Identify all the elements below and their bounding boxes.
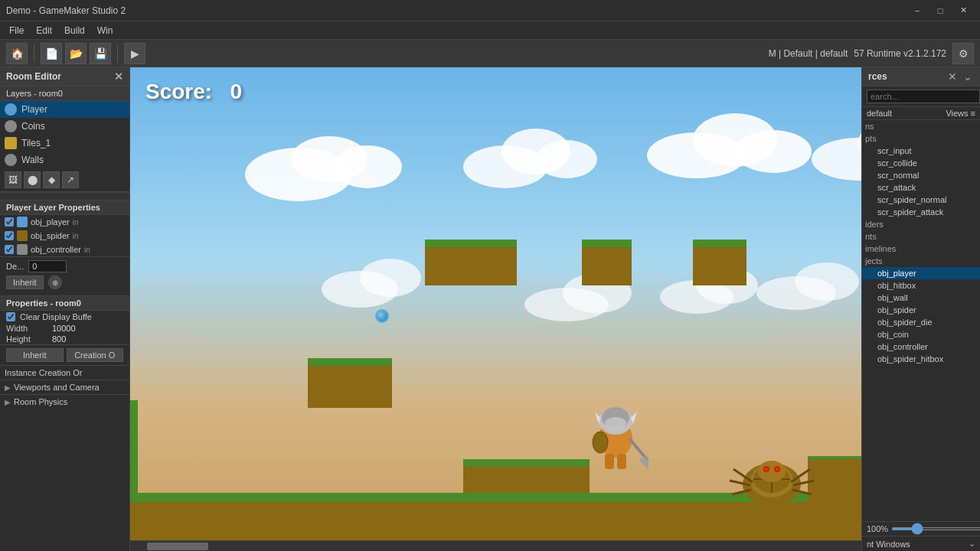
layer-player-icon — [5, 103, 17, 116]
minimize-button[interactable]: − — [906, 2, 928, 19]
toolbar-new[interactable]: 📄 — [41, 43, 62, 64]
obj-player-checkbox[interactable] — [5, 217, 14, 227]
layer-tool-image[interactable]: 🖼 — [5, 171, 21, 188]
res-obj-hitbox[interactable]: obj_hitbox — [862, 279, 980, 292]
room-editor-title: Room Editor — [6, 71, 61, 82]
height-row: Height 800 — [0, 334, 129, 344]
windows-dropdown-icon: ⌄ — [969, 539, 975, 549]
player-character — [583, 396, 648, 473]
depth-input[interactable] — [28, 260, 67, 272]
platform-1-top — [308, 358, 392, 366]
obj-controller-checkbox[interactable] — [5, 245, 14, 254]
layer-coins-label: Coins — [21, 121, 45, 132]
obj-spider-item[interactable]: obj_spider in — [0, 229, 129, 243]
game-area: Score: 0 — [130, 67, 861, 551]
zoom-slider[interactable] — [891, 527, 980, 530]
inherit-button[interactable]: Inherit — [6, 276, 44, 289]
obj-controller-item[interactable]: obj_controller in — [0, 243, 129, 256]
windows-label: nt Windows — [867, 540, 910, 549]
layers-scrollbar[interactable] — [0, 192, 129, 200]
res-obj-spider[interactable]: obj_spider — [862, 304, 980, 316]
search-input[interactable] — [867, 90, 980, 103]
height-key: Height — [6, 334, 52, 344]
views-toggle[interactable]: Views ≡ — [946, 109, 975, 118]
resource-view-row: default Views ≡ — [862, 107, 980, 120]
obj-spider-checkbox[interactable] — [5, 231, 14, 240]
obj-player-suffix: in — [73, 218, 79, 227]
res-obj-wall[interactable]: obj_wall — [862, 292, 980, 304]
layer-walls[interactable]: Walls — [0, 152, 129, 168]
toolbar-separator-1 — [34, 44, 34, 63]
svg-rect-22 — [617, 454, 626, 469]
selection-dot — [375, 309, 389, 323]
toolbar-save[interactable]: 💾 — [90, 43, 111, 64]
creation-action-btn[interactable]: Creation O — [67, 348, 124, 362]
zoom-label: 100% — [867, 524, 888, 533]
res-imelines: imelines — [862, 243, 980, 255]
maximize-button[interactable]: □ — [929, 2, 951, 19]
close-button[interactable]: ✕ — [952, 2, 974, 19]
score-value: 0 — [230, 80, 243, 103]
menu-win[interactable]: Win — [91, 24, 119, 37]
room-editor-close[interactable]: ✕ — [114, 70, 123, 83]
room-editor-header: Room Editor ✕ — [0, 67, 129, 86]
layer-tool-fill[interactable]: ◆ — [43, 171, 60, 188]
menu-build[interactable]: Build — [58, 24, 91, 37]
obj-controller-icon — [17, 244, 28, 255]
res-obj-coin[interactable]: obj_coin — [862, 328, 980, 341]
res-scr-spider-attack[interactable]: scr_spider_attack — [862, 206, 980, 218]
close-right-panel-btn[interactable]: ✕ — [946, 70, 959, 83]
layer-tiles[interactable]: Tiles_1 — [0, 135, 129, 152]
res-obj-spider-hitbox[interactable]: obj_spider_hitbox — [862, 353, 980, 365]
layer-player[interactable]: Player — [0, 101, 129, 118]
layers-section: Layers - room0 Player Coins Tiles_1 Wall… — [0, 86, 129, 192]
obj-player-label: obj_player — [31, 217, 70, 227]
toolbar-settings[interactable]: ⚙ — [952, 43, 974, 64]
viewports-caret: ▶ — [5, 383, 11, 392]
res-obj-spider-die[interactable]: obj_spider_die — [862, 316, 980, 328]
layer-tool-circle[interactable]: ⬤ — [24, 171, 41, 188]
width-row: Width 10000 — [0, 323, 129, 334]
game-scrollbar[interactable] — [130, 540, 861, 551]
res-scr-normal[interactable]: scr_normal — [862, 169, 980, 181]
svg-line-28 — [629, 439, 648, 461]
res-scr-collide[interactable]: scr_collide — [862, 157, 980, 169]
instance-creation-bar[interactable]: Instance Creation Or — [0, 365, 129, 380]
expand-right-panel-btn[interactable]: ⌄ — [962, 70, 974, 83]
inherit-action-btn[interactable]: Inherit — [6, 348, 64, 362]
runtime-label: 57 Runtime v2.1.2.172 — [854, 48, 946, 59]
windows-bar[interactable]: nt Windows ⌄ — [862, 536, 980, 551]
toolbar-build[interactable]: ▶ — [124, 43, 145, 64]
obj-player-item[interactable]: obj_player in — [0, 215, 129, 229]
viewports-item[interactable]: ▶ Viewports and Camera — [0, 380, 129, 394]
layer-coins[interactable]: Coins — [0, 118, 129, 135]
toolbar-open[interactable]: 📂 — [65, 43, 87, 64]
room-physics-item[interactable]: ▶ Room Physics — [0, 394, 129, 409]
title-bar: Demo - GameMaker Studio 2 − □ ✕ — [0, 0, 980, 21]
clear-display-label: Clear Display Buffe — [20, 312, 92, 321]
left-panel: Room Editor ✕ Layers - room0 Player Coin… — [0, 67, 130, 551]
scrollbar-thumb[interactable] — [147, 543, 208, 550]
menu-edit[interactable]: Edit — [30, 24, 58, 37]
obj-spider-label: obj_spider — [31, 231, 70, 240]
res-obj-player[interactable]: obj_player — [862, 267, 980, 279]
toolbar-home[interactable]: 🏠 — [6, 43, 28, 64]
layer-tools: 🖼 ⬤ ◆ ↗ — [0, 168, 129, 192]
right-panel-actions: ✕ ⌄ — [946, 70, 974, 83]
menu-file[interactable]: File — [3, 24, 30, 37]
clear-display-checkbox[interactable] — [6, 312, 15, 321]
svg-rect-21 — [605, 454, 614, 469]
clear-display-item: Clear Display Buffe — [0, 311, 129, 323]
depth-circle-btn[interactable]: ⊕ — [48, 276, 62, 289]
res-scr-input[interactable]: scr_input — [862, 145, 980, 157]
res-scr-attack[interactable]: scr_attack — [862, 181, 980, 194]
res-iders: iders — [862, 218, 980, 230]
zoom-bar: 100% — [862, 521, 980, 536]
layer-walls-label: Walls — [21, 155, 44, 165]
layer-tool-select[interactable]: ↗ — [62, 171, 79, 188]
default-label: default — [867, 109, 892, 118]
svg-point-42 — [758, 461, 786, 482]
res-scr-spider-normal[interactable]: scr_spider_normal — [862, 194, 980, 206]
res-obj-controller[interactable]: obj_controller — [862, 341, 980, 353]
depth-section: De... Inherit ⊕ — [0, 256, 129, 295]
